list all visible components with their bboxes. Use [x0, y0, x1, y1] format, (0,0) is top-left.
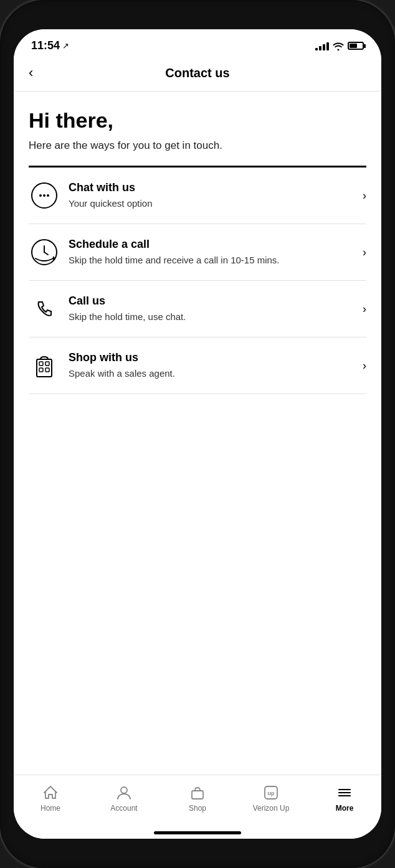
signal-bars-icon — [315, 42, 329, 50]
contact-list: Chat with us Your quickest option › — [14, 167, 381, 394]
call-title: Call us — [69, 295, 363, 308]
battery-icon — [348, 42, 364, 50]
svg-point-2 — [43, 194, 45, 197]
chat-text: Chat with us Your quickest option — [69, 181, 363, 210]
verizonup-icon: up — [262, 784, 280, 801]
chat-desc: Your quickest option — [69, 197, 363, 210]
schedule-icon — [29, 237, 60, 268]
schedule-title: Schedule a call — [69, 238, 363, 251]
shop-icon — [29, 350, 60, 381]
nav-account-label: Account — [110, 804, 137, 813]
chat-chevron: › — [363, 189, 366, 202]
status-time: 11:54 ↗ — [31, 39, 69, 52]
call-icon — [29, 293, 60, 324]
phone-screen: 11:54 ↗ — [14, 29, 381, 839]
nav-item-account[interactable]: Account — [87, 780, 161, 816]
nav-more-label: More — [336, 804, 354, 813]
svg-point-1 — [39, 194, 42, 197]
home-icon — [42, 784, 59, 801]
svg-text:up: up — [268, 790, 275, 796]
nav-item-more[interactable]: More — [308, 780, 381, 816]
shop-title: Shop with us — [69, 351, 363, 364]
schedule-desc: Skip the hold time and receive a call in… — [69, 253, 363, 267]
svg-rect-12 — [45, 368, 49, 372]
home-indicator — [14, 826, 381, 839]
page-title: Contact us — [165, 66, 229, 80]
location-icon: ↗ — [62, 41, 69, 50]
call-desc: Skip the hold time, use chat. — [69, 310, 363, 323]
phone-frame: 11:54 ↗ — [0, 0, 395, 868]
call-text: Call us Skip the hold time, use chat. — [69, 295, 363, 323]
chat-icon — [29, 180, 60, 211]
nav-item-home[interactable]: Home — [14, 780, 87, 816]
main-content: Hi there, Here are the ways for you to g… — [14, 92, 381, 775]
svg-rect-10 — [45, 362, 49, 366]
contact-item-call[interactable]: Call us Skip the hold time, use chat. › — [29, 281, 366, 337]
nav-home-label: Home — [40, 804, 60, 813]
svg-rect-9 — [39, 362, 43, 366]
account-icon — [115, 784, 133, 801]
greeting-subtitle: Here are the ways for you to get in touc… — [29, 138, 366, 153]
time-display: 11:54 — [31, 39, 60, 52]
home-indicator-bar — [154, 831, 241, 834]
status-icons — [315, 42, 364, 50]
schedule-chevron: › — [363, 246, 366, 259]
signal-bar-1 — [315, 48, 318, 50]
back-button[interactable]: ‹ — [26, 62, 36, 83]
contact-item-chat[interactable]: Chat with us Your quickest option › — [29, 167, 366, 224]
nav-verizonup-label: Verizon Up — [253, 804, 290, 813]
nav-header: ‹ Contact us — [14, 57, 381, 92]
nav-item-shop[interactable]: Shop — [161, 780, 234, 816]
svg-rect-14 — [192, 791, 203, 799]
shop-bag-icon — [189, 784, 206, 801]
schedule-text: Schedule a call Skip the hold time and r… — [69, 238, 363, 267]
greeting-title: Hi there, — [29, 109, 366, 132]
shop-text: Shop with us Speak with a sales agent. — [69, 351, 363, 380]
nav-shop-label: Shop — [189, 804, 206, 813]
shop-desc: Speak with a sales agent. — [69, 367, 363, 380]
shop-chevron: › — [363, 359, 366, 372]
svg-rect-11 — [39, 368, 43, 372]
svg-point-3 — [47, 194, 49, 197]
chat-title: Chat with us — [69, 181, 363, 194]
signal-bar-2 — [319, 46, 321, 50]
status-bar: 11:54 ↗ — [14, 29, 381, 57]
nav-item-verizonup[interactable]: up Verizon Up — [234, 780, 308, 816]
svg-line-6 — [44, 252, 48, 255]
menu-icon — [336, 784, 353, 801]
battery-fill — [350, 44, 357, 48]
bottom-nav: Home Account — [14, 775, 381, 826]
call-chevron: › — [363, 303, 366, 316]
greeting-section: Hi there, Here are the ways for you to g… — [14, 92, 381, 163]
contact-item-schedule[interactable]: Schedule a call Skip the hold time and r… — [29, 224, 366, 281]
signal-bar-4 — [326, 42, 329, 50]
svg-point-13 — [121, 787, 127, 793]
wifi-icon — [333, 42, 344, 50]
signal-bar-3 — [323, 44, 325, 50]
contact-item-shop[interactable]: Shop with us Speak with a sales agent. › — [29, 337, 366, 394]
